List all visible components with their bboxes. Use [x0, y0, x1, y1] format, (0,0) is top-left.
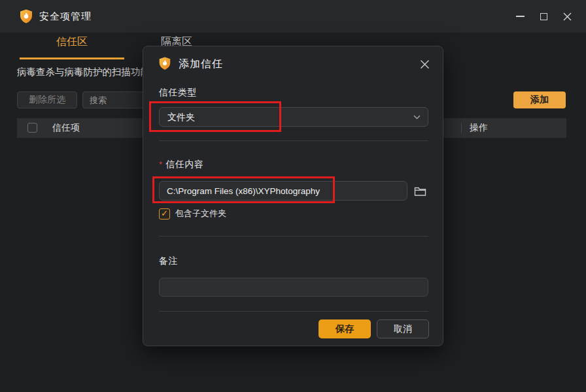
column-divider — [461, 123, 462, 133]
title-bar: 安全项管理 — [0, 0, 586, 33]
column-header-trust-item: 信任项 — [52, 122, 80, 134]
trust-type-label: 信任类型 — [159, 87, 197, 99]
section-divider — [159, 236, 428, 237]
chevron-down-icon — [413, 115, 421, 120]
close-button[interactable] — [555, 0, 579, 33]
minimize-icon — [516, 16, 525, 17]
add-trust-dialog: 添加信任 信任类型 文件夹 *信任内容 ✓ 包含子文件夹 备注 保存 取消 — [143, 46, 443, 346]
include-subfolders-checkbox[interactable]: ✓ — [159, 208, 170, 220]
dialog-title: 添加信任 — [179, 57, 223, 71]
add-button[interactable]: 添加 — [513, 91, 566, 108]
trust-content-label-text: 信任内容 — [166, 159, 204, 169]
column-header-operation: 操作 — [470, 122, 488, 134]
section-divider — [159, 311, 428, 312]
trust-content-label: *信任内容 — [159, 159, 204, 171]
tab-label: 信任区 — [56, 36, 88, 47]
cancel-button[interactable]: 取消 — [377, 319, 429, 338]
include-subfolders-label: 包含子文件夹 — [175, 208, 226, 220]
page-description: 病毒查杀与病毒防护的扫描功能 — [17, 66, 150, 78]
trust-content-input[interactable] — [159, 181, 407, 201]
select-all-checkbox[interactable] — [27, 123, 37, 133]
section-divider — [159, 140, 428, 141]
minimize-button[interactable] — [508, 0, 532, 33]
save-button[interactable]: 保存 — [319, 319, 371, 338]
remarks-input[interactable] — [159, 278, 428, 297]
open-folder-icon — [414, 186, 426, 197]
browse-folder-button[interactable] — [411, 182, 429, 199]
app-logo-shield-icon — [18, 8, 34, 24]
remarks-label: 备注 — [159, 255, 178, 267]
tab-trust-zone[interactable]: 信任区 — [20, 34, 124, 59]
close-icon — [563, 12, 572, 21]
maximize-button[interactable] — [532, 0, 555, 33]
dialog-shield-icon — [158, 56, 172, 71]
trust-type-select[interactable]: 文件夹 — [159, 107, 428, 127]
maximize-icon — [540, 13, 547, 20]
required-asterisk: * — [159, 159, 163, 169]
include-subfolders-option[interactable]: ✓ 包含子文件夹 — [159, 208, 226, 220]
window-title: 安全项管理 — [39, 10, 92, 23]
window-controls — [508, 0, 579, 33]
close-icon — [420, 59, 430, 69]
dialog-close-button[interactable] — [414, 54, 435, 74]
trust-type-value: 文件夹 — [167, 112, 195, 123]
delete-selected-button[interactable]: 删除所选 — [17, 91, 77, 108]
